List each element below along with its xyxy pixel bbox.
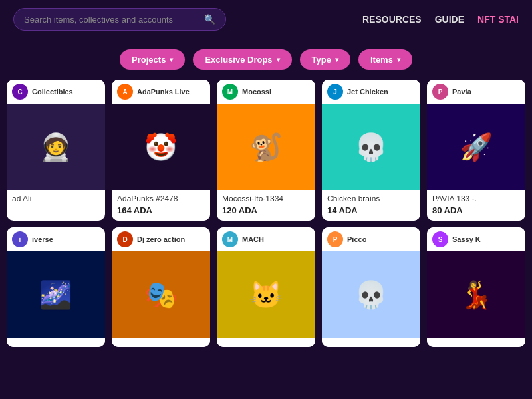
nft-price: 80 ADA [432, 205, 520, 215]
filter-type[interactable]: Type ▾ [300, 49, 350, 70]
chevron-down-icon: ▾ [397, 56, 400, 63]
nft-image: 💃 [427, 251, 525, 338]
nft-card-header: J Jet Chicken [322, 80, 420, 104]
nft-card-footer [112, 338, 210, 347]
chevron-down-icon: ▾ [170, 56, 173, 63]
nft-card-footer: AdaPunks #2478 164 ADA [112, 190, 210, 221]
nft-card-picco[interactable]: P Picco 💀 [322, 227, 420, 347]
nft-card-footer [217, 338, 315, 347]
avatar-img: M [222, 84, 238, 100]
collection-name: Dj zero action [137, 235, 185, 243]
nft-image-placeholder: 💀 [322, 251, 420, 338]
filter-projects[interactable]: Projects ▾ [120, 49, 185, 70]
avatar-img: A [117, 84, 133, 100]
avatar: A [117, 84, 133, 100]
nft-card-mach[interactable]: M MACH 🐱 [217, 227, 315, 347]
filter-exclusive-drops[interactable]: Exclusive Drops ▾ [193, 49, 291, 70]
filter-projects-label: Projects [132, 55, 166, 65]
nft-price: 14 ADA [327, 205, 415, 215]
collection-name: iverse [32, 235, 53, 243]
search-icon: 🔍 [204, 14, 215, 25]
avatar-img: D [117, 231, 133, 247]
collection-name: Collectibles [32, 88, 73, 96]
nft-card-adapunks[interactable]: A AdaPunks Live 🤡 AdaPunks #2478 164 ADA [112, 80, 210, 221]
nav-resources[interactable]: RESOURCES [362, 14, 422, 25]
avatar: P [327, 231, 343, 247]
nft-card-pavia[interactable]: P Pavia 🚀 PAVIA 133 -. 80 ADA [427, 80, 525, 221]
nft-image: 🤡 [112, 104, 210, 190]
nft-card-footer: Chicken brains 14 ADA [322, 190, 420, 221]
nft-image: 🐒 [217, 104, 315, 190]
nft-card-iverse[interactable]: i iverse 🌌 [7, 227, 105, 347]
nft-grid-row1: C Collectibles 🧑‍🚀 ad Ali A AdaPunks Liv… [0, 80, 532, 221]
nft-image-placeholder: 🤡 [112, 104, 210, 190]
nav-nft-stai[interactable]: NFT STAI [477, 14, 519, 25]
collection-name: MACH [242, 235, 264, 243]
nft-card-footer [7, 338, 105, 347]
nft-item-name: PAVIA 133 -. [432, 194, 520, 203]
nft-card-header: C Collectibles [7, 80, 105, 104]
nft-image-placeholder: 🐱 [217, 251, 315, 338]
nft-card-header: S Sassy K [427, 227, 525, 251]
avatar-img: S [432, 231, 448, 247]
nft-card-header: D Dj zero action [112, 227, 210, 251]
nft-card-header: M Mocossi [217, 80, 315, 104]
avatar-img: J [327, 84, 343, 100]
header: 🔍 RESOURCES GUIDE NFT STAI [0, 0, 532, 39]
collection-name: Mocossi [242, 88, 271, 96]
nft-price: 164 ADA [117, 205, 205, 215]
nav-links: RESOURCES GUIDE NFT STAI [362, 14, 519, 25]
nft-card-header: A AdaPunks Live [112, 80, 210, 104]
avatar: S [432, 231, 448, 247]
nft-item-name: AdaPunks #2478 [117, 194, 205, 203]
nft-card-dj-zero[interactable]: D Dj zero action 🎭 [112, 227, 210, 347]
nft-image: 🐱 [217, 251, 315, 338]
nft-image: 🎭 [112, 251, 210, 338]
filter-type-label: Type [312, 55, 331, 65]
filter-items[interactable]: Items ▾ [358, 49, 412, 70]
avatar: M [222, 231, 238, 247]
nft-image-placeholder: 🌌 [7, 251, 105, 338]
nft-image-placeholder: 🐒 [217, 104, 315, 190]
nav-guide[interactable]: GUIDE [435, 14, 464, 25]
nft-card-collectibles[interactable]: C Collectibles 🧑‍🚀 ad Ali [7, 80, 105, 221]
avatar-img: P [432, 84, 448, 100]
avatar-img: C [12, 84, 28, 100]
nft-item-name: Mocossi-Ito-1334 [222, 194, 310, 203]
avatar-img: P [327, 231, 343, 247]
nft-image: 🌌 [7, 251, 105, 338]
nft-card-sassy[interactable]: S Sassy K 💃 [427, 227, 525, 347]
collection-name: Pavia [452, 88, 471, 96]
collection-name: Picco [347, 235, 366, 243]
nft-image-placeholder: 🚀 [427, 104, 525, 190]
nft-card-jet-chicken[interactable]: J Jet Chicken 💀 Chicken brains 14 ADA [322, 80, 420, 221]
avatar-img: M [222, 231, 238, 247]
avatar: M [222, 84, 238, 100]
nft-grid-row2: i iverse 🌌 D Dj zero action 🎭 [0, 227, 532, 347]
nft-item-name: Chicken brains [327, 194, 415, 203]
nft-item-name: ad Ali [12, 194, 100, 203]
nft-image-placeholder: 💃 [427, 251, 525, 338]
avatar: P [432, 84, 448, 100]
nft-card-footer [322, 338, 420, 347]
nft-image-placeholder: 💀 [322, 104, 420, 190]
nft-image-placeholder: 🎭 [112, 251, 210, 338]
avatar: D [117, 231, 133, 247]
nft-card-mocossi[interactable]: M Mocossi 🐒 Mocossi-Ito-1334 120 ADA [217, 80, 315, 221]
nft-card-footer: Mocossi-Ito-1334 120 ADA [217, 190, 315, 221]
search-bar[interactable]: 🔍 [13, 8, 226, 31]
nft-image: 🧑‍🚀 [7, 104, 105, 190]
nft-card-header: i iverse [7, 227, 105, 251]
avatar: i [12, 231, 28, 247]
search-input[interactable] [24, 15, 204, 25]
nft-image: 🚀 [427, 104, 525, 190]
avatar: J [327, 84, 343, 100]
chevron-down-icon: ▾ [335, 56, 338, 63]
nft-card-footer: PAVIA 133 -. 80 ADA [427, 190, 525, 221]
filter-items-label: Items [370, 55, 393, 65]
collection-name: Sassy K [452, 235, 481, 243]
nft-price: 120 ADA [222, 205, 310, 215]
nft-image-placeholder: 🧑‍🚀 [7, 104, 105, 190]
nft-image: 💀 [322, 251, 420, 338]
nft-card-footer: ad Ali [7, 190, 105, 211]
